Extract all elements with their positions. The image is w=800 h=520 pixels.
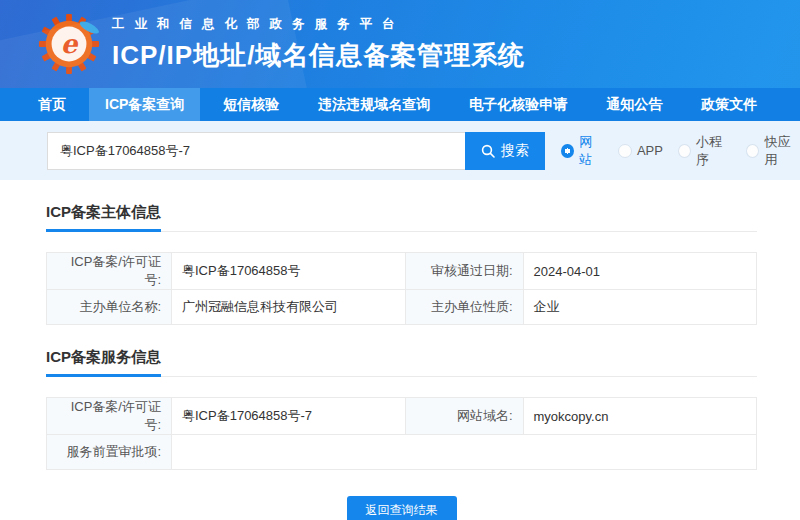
field-value: 2024-04-01 [523,253,757,290]
radio-miniprogram[interactable]: 小程序 [678,133,732,169]
search-input[interactable] [47,132,465,170]
table-row: ICP备案/许可证号: 粤ICP备17064858号 审核通过日期: 2024-… [47,253,757,290]
field-value: 粤ICP备17064858号 [172,253,406,290]
section-service-info-header: ICP备案服务信息 [46,348,757,377]
platform-title: 工业和信息化部政务服务平台 [112,16,525,33]
section-title: ICP备案服务信息 [46,348,161,377]
radio-unselected-icon [678,144,691,158]
system-title: ICP/IP地址/域名信息备案管理系统 [112,38,525,73]
field-value: 企业 [523,290,757,325]
nav-item-e-verification[interactable]: 电子化核验申请 [453,88,583,121]
field-value: 广州冠融信息科技有限公司 [172,290,406,325]
table-row: 服务前置审批项: [47,435,757,470]
field-label: ICP备案/许可证号: [47,398,172,435]
field-label: ICP备案/许可证号: [47,253,172,290]
search-type-radio-group: 网站 APP 小程序 快应用 [561,133,800,169]
radio-unselected-icon [746,144,759,158]
section-subject-info-header: ICP备案主体信息 [46,203,757,232]
back-to-results-button[interactable]: 返回查询结果 [347,496,457,520]
field-label: 主办单位性质: [405,290,523,325]
nav-item-notices[interactable]: 通知公告 [590,88,678,121]
search-band: 搜索 网站 APP 小程序 快应用 [0,121,800,180]
site-header: e 工业和信息化部政务服务平台 ICP/IP地址/域名信息备案管理系统 [0,0,800,88]
table-row: ICP备案/许可证号: 粤ICP备17064858号-7 网站域名: myokc… [47,398,757,435]
miit-gear-logo-icon: e [38,13,100,75]
radio-app[interactable]: APP [618,143,663,158]
nav-item-illegal-domain-query[interactable]: 违法违规域名查询 [302,88,446,121]
nav-item-policy-docs[interactable]: 政策文件 [685,88,773,121]
search-button-label: 搜索 [501,142,529,160]
search-icon [481,144,495,158]
search-button[interactable]: 搜索 [465,132,546,170]
field-label: 主办单位名称: [47,290,172,325]
service-info-table: ICP备案/许可证号: 粤ICP备17064858号-7 网站域名: myokc… [46,397,757,470]
radio-website[interactable]: 网站 [561,133,603,169]
radio-selected-icon [561,144,574,158]
content: ICP备案主体信息 ICP备案/许可证号: 粤ICP备17064858号 审核通… [0,203,800,520]
table-row: 主办单位名称: 广州冠融信息科技有限公司 主办单位性质: 企业 [47,290,757,325]
nav-item-home[interactable]: 首页 [22,88,82,121]
svg-text:e: e [61,28,79,59]
field-label: 服务前置审批项: [47,435,172,470]
field-value: 粤ICP备17064858号-7 [172,398,406,435]
section-title: ICP备案主体信息 [46,203,161,232]
field-label: 网站域名: [405,398,523,435]
radio-unselected-icon [618,144,632,158]
subject-info-table: ICP备案/许可证号: 粤ICP备17064858号 审核通过日期: 2024-… [46,252,757,325]
field-value: myokcopy.cn [523,398,757,435]
nav-item-icp-query[interactable]: ICP备案查询 [89,88,200,121]
main-nav: 首页 ICP备案查询 短信核验 违法违规域名查询 电子化核验申请 通知公告 政策… [0,88,800,121]
nav-item-sms-verify[interactable]: 短信核验 [207,88,295,121]
radio-quickapp[interactable]: 快应用 [746,133,800,169]
field-label: 审核通过日期: [405,253,523,290]
field-value [172,435,757,470]
